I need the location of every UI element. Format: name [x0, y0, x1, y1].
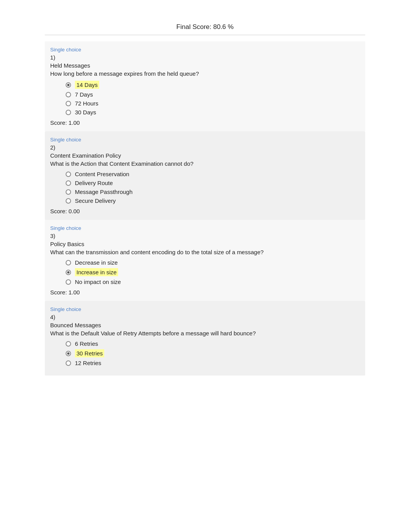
option-item-3-2[interactable]: Increase in size — [66, 268, 360, 276]
question-number-3: 3) — [50, 233, 360, 239]
question-topic-2: Content Examination Policy — [50, 152, 360, 159]
option-label-2-4: Secure Delivery — [75, 197, 116, 204]
question-block-2: Single choice2)Content Examination Polic… — [45, 131, 365, 220]
option-label-2-2: Delivery Route — [75, 180, 113, 186]
question-block-3: Single choice3)Policy BasicsWhat can the… — [45, 220, 365, 301]
radio-icon-1-2 — [66, 92, 71, 97]
option-label-1-4: 30 Days — [75, 109, 96, 116]
question-text-1: How long before a message expires from t… — [50, 70, 360, 77]
score-line-3: Score: 1.00 — [50, 289, 360, 296]
radio-icon-1-1 — [66, 82, 71, 88]
option-item-1-4[interactable]: 30 Days — [66, 109, 360, 116]
question-block-4: Single choice4)Bounced MessagesWhat is t… — [45, 301, 365, 376]
options-list-1: 14 Days7 Days72 Hours30 Days — [50, 81, 360, 116]
score-line-1: Score: 1.00 — [50, 119, 360, 126]
option-item-4-1[interactable]: 6 Retries — [66, 340, 360, 347]
radio-icon-1-4 — [66, 110, 71, 115]
option-item-1-1[interactable]: 14 Days — [66, 81, 360, 89]
option-label-1-2: 7 Days — [75, 91, 93, 98]
radio-icon-4-3 — [66, 360, 71, 366]
option-label-4-1: 6 Retries — [75, 340, 98, 347]
score-line-2: Score: 0.00 — [50, 208, 360, 214]
options-list-3: Decrease in sizeIncrease in sizeNo impac… — [50, 259, 360, 285]
option-label-3-3: No impact on size — [75, 279, 121, 285]
radio-icon-1-3 — [66, 101, 71, 106]
radio-icon-4-2 — [66, 351, 71, 356]
option-item-3-3[interactable]: No impact on size — [66, 279, 360, 285]
option-item-2-4[interactable]: Secure Delivery — [66, 197, 360, 204]
option-item-2-2[interactable]: Delivery Route — [66, 180, 360, 186]
question-block-1: Single choice1)Held MessagesHow long bef… — [45, 41, 365, 131]
question-topic-4: Bounced Messages — [50, 322, 360, 328]
question-topic-3: Policy Basics — [50, 241, 360, 247]
option-label-3-2: Increase in size — [75, 268, 118, 276]
options-list-2: Content PreservationDelivery RouteMessag… — [50, 171, 360, 204]
question-type-label-4: Single choice — [50, 306, 360, 312]
option-item-1-3[interactable]: 72 Hours — [66, 100, 360, 107]
question-text-2: What is the Action that Content Examinat… — [50, 160, 360, 167]
options-list-4: 6 Retries30 Retries12 Retries — [50, 340, 360, 366]
option-item-2-1[interactable]: Content Preservation — [66, 171, 360, 177]
option-label-2-1: Content Preservation — [75, 171, 129, 177]
final-score-header: Final Score: 80.6 % — [45, 23, 365, 35]
option-label-2-3: Message Passthrough — [75, 189, 132, 195]
option-item-4-2[interactable]: 30 Retries — [66, 349, 360, 357]
option-label-4-3: 12 Retries — [75, 360, 101, 366]
radio-icon-2-4 — [66, 198, 71, 204]
option-item-1-2[interactable]: 7 Days — [66, 91, 360, 98]
option-label-4-2: 30 Retries — [75, 349, 104, 357]
question-number-2: 2) — [50, 144, 360, 151]
radio-icon-2-3 — [66, 189, 71, 195]
option-label-1-3: 72 Hours — [75, 100, 98, 107]
radio-icon-2-1 — [66, 172, 71, 177]
question-topic-1: Held Messages — [50, 62, 360, 69]
radio-icon-2-2 — [66, 180, 71, 186]
radio-icon-3-3 — [66, 279, 71, 285]
question-type-label-2: Single choice — [50, 137, 360, 143]
question-number-1: 1) — [50, 54, 360, 61]
option-label-3-1: Decrease in size — [75, 259, 118, 266]
option-item-3-1[interactable]: Decrease in size — [66, 259, 360, 266]
option-item-2-3[interactable]: Message Passthrough — [66, 189, 360, 195]
radio-icon-3-2 — [66, 270, 71, 275]
question-number-4: 4) — [50, 314, 360, 320]
question-text-3: What can the transmission and content en… — [50, 249, 360, 255]
option-label-1-1: 14 Days — [75, 81, 99, 89]
question-type-label-1: Single choice — [50, 47, 360, 53]
question-text-4: What is the Default Value of Retry Attem… — [50, 330, 360, 337]
radio-icon-4-1 — [66, 341, 71, 347]
radio-icon-3-1 — [66, 260, 71, 265]
question-type-label-3: Single choice — [50, 225, 360, 231]
option-item-4-3[interactable]: 12 Retries — [66, 360, 360, 366]
